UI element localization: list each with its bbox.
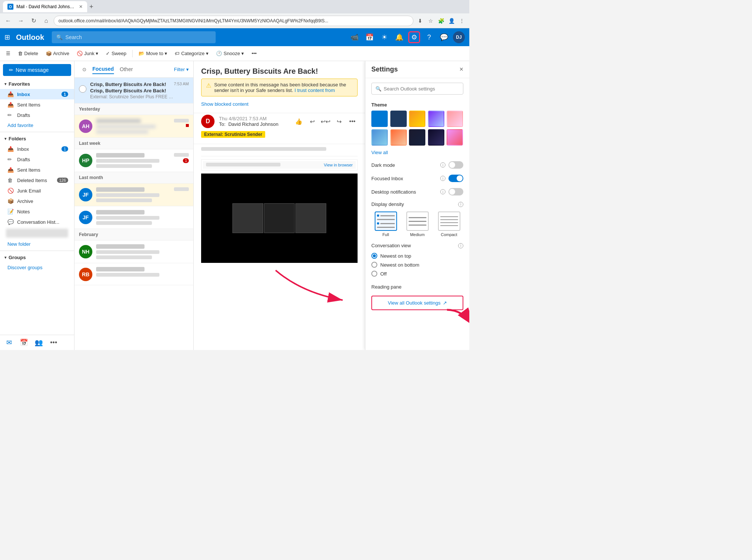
- sidebar-folder-inbox[interactable]: 📥 Inbox 1: [0, 144, 74, 154]
- reply-button[interactable]: ↩: [307, 116, 317, 127]
- groups-header[interactable]: ▾ Groups: [0, 252, 74, 262]
- density-medium[interactable]: Medium: [403, 211, 432, 237]
- sidebar-folder-deleted[interactable]: 🗑 Deleted Items 126: [0, 175, 74, 185]
- notifications-button[interactable]: 🔔: [393, 31, 405, 43]
- focused-inbox-info-icon[interactable]: i: [440, 176, 445, 181]
- hamburger-button[interactable]: ☰: [3, 49, 13, 58]
- junk-button[interactable]: 🚫 Junk ▾: [74, 49, 101, 58]
- delete-button[interactable]: 🗑 Delete: [15, 49, 41, 58]
- forward-button[interactable]: →: [16, 16, 26, 26]
- calendar-nav-button[interactable]: 📅: [18, 337, 30, 349]
- extensions-icon[interactable]: 🧩: [437, 16, 445, 25]
- settings-close-button[interactable]: ×: [459, 66, 463, 73]
- bookmark-icon[interactable]: ☆: [426, 16, 435, 25]
- settings-search-input[interactable]: [384, 86, 459, 92]
- sidebar-folder-drafts[interactable]: ✏ Drafts: [0, 154, 74, 165]
- new-folder-button[interactable]: New folder: [0, 239, 74, 249]
- home-button[interactable]: ⌂: [41, 16, 51, 26]
- focused-tab[interactable]: Focused: [92, 64, 114, 74]
- sidebar-item-drafts[interactable]: ✏ Drafts: [0, 110, 74, 120]
- radio-off[interactable]: Off: [371, 269, 463, 278]
- meet-now-button[interactable]: 📹: [349, 31, 361, 43]
- density-compact[interactable]: Compact: [435, 211, 463, 237]
- sidebar-folder-notes[interactable]: 📝 Notes: [0, 206, 74, 217]
- email-item-3[interactable]: HP 1: [74, 149, 193, 172]
- sidebar-folder-archive[interactable]: 📦 Archive: [0, 196, 74, 206]
- email-item-4[interactable]: JF: [74, 184, 193, 206]
- people-nav-button[interactable]: 👥: [33, 337, 45, 349]
- more-options-button[interactable]: •••: [248, 49, 260, 58]
- theme-swatch-gradient1[interactable]: [409, 111, 425, 127]
- email-select-circle-1[interactable]: [79, 85, 86, 93]
- new-tab-button[interactable]: +: [89, 3, 93, 11]
- more-nav-button[interactable]: •••: [48, 337, 60, 349]
- address-bar[interactable]: [54, 16, 413, 26]
- sidebar-folder-convhist[interactable]: 💬 Conversation Hist...: [0, 217, 74, 227]
- waffle-icon[interactable]: ⊞: [4, 33, 10, 41]
- dark-mode-toggle[interactable]: [448, 161, 463, 169]
- display-density-info-icon[interactable]: i: [458, 202, 463, 207]
- email-item-1[interactable]: Crisp, Buttery Biscuits Are Back! Crisp,…: [74, 78, 193, 104]
- theme-swatch-blue[interactable]: [371, 111, 388, 127]
- reload-button[interactable]: ↻: [28, 16, 39, 26]
- like-button[interactable]: 👍: [293, 116, 304, 127]
- sidebar-folder-sent[interactable]: 📤 Sent Items: [0, 165, 74, 175]
- more-actions-button[interactable]: •••: [347, 116, 358, 127]
- view-all-themes-link[interactable]: View all: [371, 150, 388, 155]
- forward-button[interactable]: ↪: [334, 116, 344, 127]
- categorize-button[interactable]: 🏷 Categorize ▾: [172, 49, 212, 58]
- search-bar-container[interactable]: 🔍: [52, 31, 216, 43]
- help-button[interactable]: ?: [423, 31, 435, 43]
- desktop-notif-info-icon[interactable]: i: [440, 189, 445, 194]
- trust-content-link[interactable]: I trust content from: [295, 88, 335, 93]
- view-all-settings-button[interactable]: View all Outlook settings ↗: [371, 296, 463, 310]
- snooze-button[interactable]: 🕐 Snooze ▾: [213, 49, 247, 58]
- conversation-view-info-icon[interactable]: i: [458, 243, 463, 248]
- add-favorite-button[interactable]: Add favorite: [0, 120, 74, 130]
- other-tab[interactable]: Other: [120, 65, 133, 74]
- email-item-6[interactable]: NH: [74, 241, 193, 263]
- focused-inbox-toggle[interactable]: [448, 175, 463, 182]
- new-message-button[interactable]: ✏ New message: [3, 64, 71, 76]
- theme-swatch-gradient3[interactable]: [447, 111, 463, 127]
- reply-all-button[interactable]: ↩↩: [320, 116, 331, 127]
- mail-nav-button[interactable]: ✉: [3, 337, 15, 349]
- close-tab-button[interactable]: ✕: [79, 4, 83, 9]
- email-item-2[interactable]: AH: [74, 115, 193, 138]
- avatar-button[interactable]: DJ: [453, 31, 465, 43]
- settings-button[interactable]: ⚙: [408, 31, 420, 43]
- calendar-button[interactable]: 📅: [364, 31, 375, 43]
- move-to-button[interactable]: 📂 Move to ▾: [136, 49, 170, 58]
- my-day-button[interactable]: ☀: [378, 31, 390, 43]
- settings-search-container[interactable]: 🔍: [371, 83, 463, 95]
- theme-swatch-space[interactable]: [428, 129, 444, 146]
- sidebar-item-sent[interactable]: 📤 Sent Items: [0, 99, 74, 110]
- feedback-button[interactable]: 💬: [438, 31, 450, 43]
- theme-swatch-gradient2[interactable]: [428, 111, 444, 127]
- select-all-button[interactable]: ⊙: [79, 64, 89, 74]
- email-item-7[interactable]: RB: [74, 263, 193, 285]
- folders-header[interactable]: ▾ Folders: [0, 134, 74, 144]
- radio-newest-on-bottom[interactable]: Newest on bottom: [371, 260, 463, 269]
- desktop-notifications-toggle[interactable]: [448, 188, 463, 195]
- archive-button[interactable]: 📦 Archive: [43, 49, 72, 58]
- theme-swatch-darkblue[interactable]: [390, 111, 407, 127]
- browser-tab[interactable]: O Mail - David Richard Johnson - O ✕: [3, 1, 87, 12]
- sidebar-folder-junk[interactable]: 🚫 Junk Email: [0, 185, 74, 196]
- back-button[interactable]: ←: [3, 16, 13, 26]
- view-browser-link[interactable]: View in browser: [324, 163, 353, 167]
- download-icon[interactable]: ⬇: [416, 16, 425, 25]
- profile-icon[interactable]: 👤: [447, 16, 456, 25]
- show-blocked-link[interactable]: Show blocked content: [201, 101, 248, 107]
- menu-icon[interactable]: ⋮: [457, 16, 466, 25]
- density-full[interactable]: Full: [371, 211, 400, 237]
- theme-swatch-mountain[interactable]: [371, 129, 388, 146]
- sidebar-item-inbox[interactable]: 📥 Inbox 1: [0, 89, 74, 99]
- discover-groups-button[interactable]: Discover groups: [0, 262, 74, 273]
- sweep-button[interactable]: ✓ Sweep: [103, 49, 129, 58]
- favorites-header[interactable]: ▾ Favorites: [0, 79, 74, 89]
- email-item-5[interactable]: JF: [74, 206, 193, 229]
- search-input[interactable]: [66, 34, 211, 40]
- theme-swatch-circuit[interactable]: [409, 129, 425, 146]
- theme-swatch-sunset[interactable]: [390, 129, 407, 146]
